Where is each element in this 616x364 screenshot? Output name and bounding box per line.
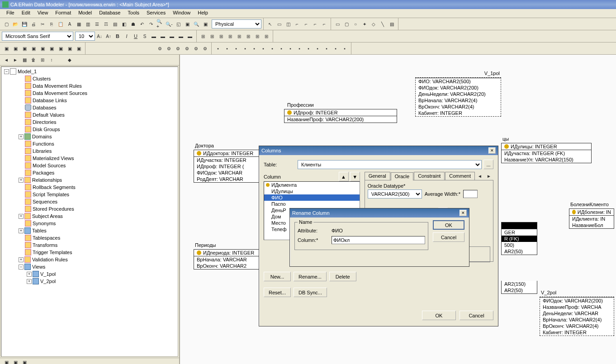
tree-item[interactable]: +Domains (2, 133, 177, 140)
tree-view-v2pol[interactable]: +V_2pol (2, 278, 177, 285)
tree-item[interactable]: +Subject Areas (2, 213, 177, 220)
al15-icon[interactable]: ▪ (341, 44, 349, 52)
bold-icon[interactable]: B (114, 32, 122, 40)
al1-icon[interactable]: ▪ (214, 44, 222, 52)
tree-item[interactable]: +Relationships (2, 176, 177, 184)
save-icon[interactable]: 💾 (20, 20, 28, 28)
paste-icon[interactable]: 📋 (57, 20, 65, 28)
tree-item[interactable]: Stored Procedures (2, 205, 177, 213)
entity-icon[interactable]: ▭ (275, 20, 283, 28)
tree-item[interactable]: Clusters (2, 75, 177, 82)
zoom-area-icon[interactable]: 🔍 (192, 20, 200, 28)
t3g-icon[interactable]: ▣ (57, 44, 65, 52)
arrow-icon[interactable]: ↖ (266, 20, 274, 28)
tree-item[interactable]: Data Movement Sources (2, 90, 177, 97)
tool-f-icon[interactable]: ▤ (111, 20, 119, 28)
tab-model-icon[interactable]: ▣ (20, 359, 28, 364)
shape-ellipse-icon[interactable]: ○ (351, 20, 360, 28)
menu-window[interactable]: Window (169, 9, 194, 18)
delete-button[interactable]: Delete (329, 272, 356, 281)
tab-constraint[interactable]: Constraint (414, 172, 445, 180)
t3l-icon[interactable]: ⚙ (174, 44, 182, 52)
new-button[interactable]: New... (264, 272, 291, 281)
rename-button[interactable]: Rename... (294, 272, 327, 281)
tab-scroll-left-icon[interactable]: ◄ (476, 172, 484, 180)
zoom-in-icon[interactable]: 🔍+ (156, 20, 164, 28)
menu-help[interactable]: Help (194, 9, 212, 18)
shape-round-icon[interactable]: ▢ (342, 20, 351, 28)
tab-domain-icon[interactable]: ▣ (11, 359, 19, 364)
undo-icon[interactable]: ↶ (138, 20, 146, 28)
tree-item[interactable]: Materialized Views (2, 155, 177, 162)
column-item[interactable]: Паспо (264, 201, 360, 207)
tree-view-v1pol[interactable]: +V_1pol (2, 270, 177, 278)
tab-comment[interactable]: Comment (445, 172, 475, 180)
tool-h-icon[interactable]: ☗ (129, 20, 137, 28)
al2-icon[interactable]: ▪ (223, 44, 231, 52)
tree-item[interactable]: Packages (2, 169, 177, 176)
dbsync-button[interactable]: DB Sync... (294, 288, 327, 297)
tab-oracle[interactable]: Oracle (391, 172, 413, 180)
tx7-icon[interactable]: ⊞ (253, 32, 261, 40)
t3n-icon[interactable]: ⚙ (192, 44, 200, 52)
t3h-icon[interactable]: ▣ (66, 44, 74, 52)
al8-icon[interactable]: ▪ (277, 44, 285, 52)
t3c-icon[interactable]: ▣ (20, 44, 28, 52)
rel1-icon[interactable]: ⌐ (293, 20, 301, 28)
rel2-icon[interactable]: ⌐ (302, 20, 310, 28)
tree-item[interactable]: −Views (2, 263, 177, 270)
nav-next-icon[interactable]: ► (11, 56, 19, 64)
al14-icon[interactable]: ▪ (332, 44, 340, 52)
tree-item[interactable]: Disk Groups (2, 126, 177, 133)
column-item[interactable]: ИДклиента (264, 182, 360, 188)
tree-item[interactable]: Trigger Templates (2, 249, 177, 256)
size-combo[interactable]: 10 (75, 32, 95, 41)
al12-icon[interactable]: ▪ (313, 44, 322, 52)
tree-item[interactable]: Synonyms (2, 220, 177, 227)
al13-icon[interactable]: ▪ (322, 44, 331, 52)
menu-model[interactable]: Model (75, 9, 95, 18)
font-up-icon[interactable]: A↑ (104, 32, 113, 40)
tree-item[interactable]: Libraries (2, 147, 177, 155)
tree-item[interactable]: Data Movement Rules (2, 82, 177, 90)
view-icon[interactable]: ◫ (284, 20, 292, 28)
t3f-icon[interactable]: ▣ (47, 44, 56, 52)
tx8-icon[interactable]: ⊞ (262, 32, 270, 40)
al9-icon[interactable]: ▪ (286, 44, 294, 52)
color3-icon[interactable]: ▬ (168, 32, 176, 40)
open-icon[interactable]: 📂 (11, 20, 19, 28)
t3k-icon[interactable]: ⚙ (165, 44, 173, 52)
al3-icon[interactable]: ▪ (232, 44, 240, 52)
zoom-out-icon[interactable]: 🔍- (165, 20, 173, 28)
column-item[interactable]: ИДулицы (264, 188, 360, 194)
tx1-icon[interactable]: ⊞ (199, 32, 207, 40)
al6-icon[interactable]: ▪ (259, 44, 267, 52)
datatype-combo[interactable]: VARCHAR2(500) (368, 189, 422, 199)
tab-subject-icon[interactable]: ▣ (2, 359, 10, 364)
cancel-button[interactable]: Cancel (433, 232, 464, 242)
print-icon[interactable]: 🖨 (29, 20, 38, 28)
redo-icon[interactable]: ↷ (147, 20, 155, 28)
tree-item[interactable]: Script Templates (2, 191, 177, 198)
tool-e-icon[interactable]: ☶ (102, 20, 110, 28)
tool-c-icon[interactable]: ▥ (84, 20, 92, 28)
entity-v2pol[interactable]: V_2pol ФИОдок: VARCHAR2(200) НазваниеПро… (540, 297, 614, 336)
al4-icon[interactable]: ▪ (241, 44, 249, 52)
tool-b-icon[interactable]: ▦ (75, 20, 83, 28)
tree-item[interactable]: Tablespaces (2, 234, 177, 241)
tree-item[interactable]: Databases (2, 104, 177, 111)
al10-icon[interactable]: ▪ (295, 44, 303, 52)
t3o-icon[interactable]: ⚙ (201, 44, 209, 52)
shape-rect-icon[interactable]: ▭ (333, 20, 341, 28)
tree-item[interactable]: Directories (2, 118, 177, 126)
menu-edit[interactable]: Edit (18, 9, 34, 18)
zoom-fit-icon[interactable]: ◱ (174, 20, 182, 28)
copy-icon[interactable]: ⎘ (47, 20, 56, 28)
color2-icon[interactable]: ▬ (159, 32, 167, 40)
underline-icon[interactable]: U (132, 32, 140, 40)
tab-scroll-right-icon[interactable]: ► (485, 172, 493, 180)
tree-item[interactable]: Sequences (2, 198, 177, 205)
tree-item[interactable]: Default Values (2, 111, 177, 118)
al11-icon[interactable]: ▪ (304, 44, 313, 52)
tree-item[interactable]: Rollback Segments (2, 184, 177, 191)
